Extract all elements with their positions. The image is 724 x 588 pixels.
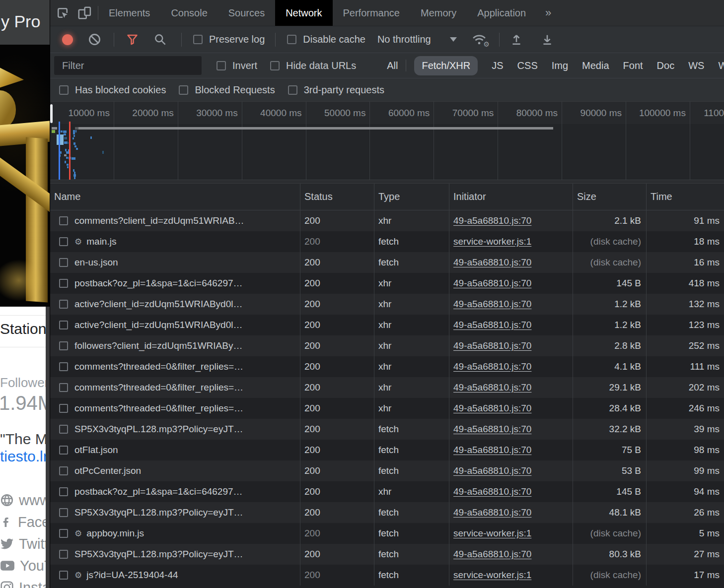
throttling-select[interactable]: No throttling: [377, 34, 431, 45]
initiator-link[interactable]: service-worker.js:1: [453, 570, 531, 581]
initiator-link[interactable]: 49-a5a68810.js:70: [453, 382, 531, 393]
column-header-name[interactable]: Name: [50, 184, 300, 210]
network-request-row[interactable]: en-us.json200fetch49-a5a68810.js:70(disk…: [50, 252, 724, 273]
network-request-row[interactable]: ⚙main.js200fetchservice-worker.js:1(disk…: [50, 231, 724, 252]
tab-memory[interactable]: Memory: [410, 0, 467, 26]
column-header-time[interactable]: Time: [646, 184, 724, 210]
filter-type-fetch-xhr[interactable]: Fetch/XHR: [414, 56, 478, 75]
column-header-type[interactable]: Type: [374, 184, 449, 210]
network-request-row[interactable]: ⚙js?id=UA-2519404-44200fetchservice-work…: [50, 565, 724, 586]
initiator-link[interactable]: 49-a5a68810.js:70: [453, 549, 531, 560]
record-button[interactable]: [62, 34, 73, 45]
initiator-link[interactable]: 49-a5a68810.js:70: [453, 320, 531, 330]
initiator-link[interactable]: 49-a5a68810.js:70: [453, 215, 531, 226]
network-request-row[interactable]: active?client_id=zdUqm51WRIAByd0l…200xhr…: [50, 294, 724, 315]
timeline-overview[interactable]: 10000 ms20000 ms30000 ms40000 ms50000 ms…: [50, 102, 724, 184]
request-checkbox[interactable]: [59, 529, 68, 538]
initiator-link[interactable]: 49-a5a68810.js:70: [453, 465, 531, 476]
social-link-instag[interactable]: Instag: [0, 577, 50, 588]
disable-cache-checkbox[interactable]: [287, 35, 296, 44]
overview-scroll-handle[interactable]: [50, 104, 53, 123]
request-checkbox[interactable]: [59, 425, 68, 434]
network-request-row[interactable]: postback?oz_pl=1&spa=1&ci=646297…200xhr4…: [50, 273, 724, 294]
device-toolbar-icon[interactable]: [77, 5, 92, 20]
has-blocked-cookies-checkbox[interactable]: [59, 85, 69, 95]
tab-performance[interactable]: Performance: [333, 0, 411, 26]
social-link-www[interactable]: www.: [0, 489, 50, 511]
request-checkbox[interactable]: [59, 258, 68, 267]
request-checkbox[interactable]: [59, 571, 68, 580]
column-header-initiator[interactable]: Initiator: [449, 184, 573, 210]
3rd-party-requests-checkbox[interactable]: [288, 85, 297, 95]
preserve-log-checkbox[interactable]: [193, 35, 203, 44]
network-request-row[interactable]: followers?client_id=zdUqm51WRIABy…200xhr…: [50, 335, 724, 356]
tab-console[interactable]: Console: [160, 0, 217, 26]
initiator-link[interactable]: 49-a5a68810.js:70: [453, 299, 531, 310]
tab-elements[interactable]: Elements: [98, 0, 160, 26]
filter-input[interactable]: [54, 56, 202, 75]
request-checkbox[interactable]: [59, 487, 68, 496]
filter-funnel-icon[interactable]: [126, 33, 139, 46]
more-tabs-icon[interactable]: »: [536, 0, 560, 26]
network-request-row[interactable]: SP5X3v3tyqPL.128.mp3?Policy=eyJT…200fetc…: [50, 544, 724, 565]
filter-type-media[interactable]: Media: [582, 60, 609, 71]
initiator-link[interactable]: 49-a5a68810.js:70: [453, 403, 531, 414]
social-link-faceb[interactable]: Faceb: [0, 511, 50, 533]
request-checkbox[interactable]: [59, 279, 68, 288]
request-checkbox[interactable]: [59, 237, 68, 246]
initiator-link[interactable]: 49-a5a68810.js:70: [453, 278, 531, 289]
chevron-down-icon[interactable]: [450, 37, 457, 42]
filter-type-ws[interactable]: WS: [688, 60, 704, 71]
filter-type-doc[interactable]: Doc: [657, 60, 675, 71]
request-checkbox[interactable]: [59, 341, 68, 350]
network-request-row[interactable]: otFlat.json200fetch49-a5a68810.js:7075 B…: [50, 440, 724, 460]
filter-type-wasm[interactable]: Wasm: [718, 60, 724, 71]
request-checkbox[interactable]: [59, 446, 68, 455]
filter-type-js[interactable]: JS: [492, 60, 503, 71]
initiator-link[interactable]: 49-a5a68810.js:70: [453, 340, 531, 351]
import-har-icon[interactable]: [509, 33, 523, 47]
search-icon[interactable]: [153, 33, 167, 46]
network-request-row[interactable]: comments?threaded=0&filter_replies=…200x…: [50, 398, 724, 419]
social-link-youtu[interactable]: YouTu: [0, 555, 50, 577]
request-checkbox[interactable]: [59, 383, 68, 392]
network-request-row[interactable]: otPcCenter.json200fetch49-a5a68810.js:70…: [50, 460, 724, 481]
initiator-link[interactable]: 49-a5a68810.js:70: [453, 507, 531, 518]
request-checkbox[interactable]: [59, 466, 68, 475]
clear-icon[interactable]: [88, 33, 101, 46]
filter-type-css[interactable]: CSS: [517, 60, 538, 71]
hide-data-urls-checkbox[interactable]: [270, 61, 280, 70]
request-checkbox[interactable]: [59, 550, 68, 559]
filter-type-all[interactable]: All: [387, 60, 398, 71]
network-conditions-icon[interactable]: ⚙: [472, 33, 487, 46]
initiator-link[interactable]: service-worker.js:1: [453, 236, 531, 247]
network-request-row[interactable]: comments?threaded=0&filter_replies=…200x…: [50, 356, 724, 377]
request-checkbox[interactable]: [59, 508, 68, 517]
export-har-icon[interactable]: [540, 33, 554, 47]
network-request-row[interactable]: postback?oz_pl=1&spa=1&ci=646297…200xhr4…: [50, 481, 724, 502]
request-checkbox[interactable]: [59, 321, 68, 329]
initiator-link[interactable]: service-worker.js:1: [453, 528, 531, 539]
initiator-link[interactable]: 49-a5a68810.js:70: [453, 257, 531, 268]
initiator-link[interactable]: 49-a5a68810.js:70: [453, 424, 531, 435]
request-checkbox[interactable]: [59, 216, 68, 225]
blocked-requests-checkbox[interactable]: [179, 85, 188, 95]
column-header-status[interactable]: Status: [300, 184, 374, 210]
bio-link[interactable]: tiesto.lnk: [0, 448, 50, 465]
tab-application[interactable]: Application: [467, 0, 536, 26]
inspect-element-icon[interactable]: [55, 5, 70, 20]
initiator-link[interactable]: 49-a5a68810.js:70: [453, 361, 531, 372]
initiator-link[interactable]: 49-a5a68810.js:70: [453, 486, 531, 497]
invert-checkbox[interactable]: [217, 61, 226, 70]
network-request-row[interactable]: comments?threaded=0&filter_replies=…200x…: [50, 377, 724, 398]
social-link-twitte[interactable]: Twitte: [0, 533, 50, 555]
filter-type-img[interactable]: Img: [552, 60, 568, 71]
tab-sources[interactable]: Sources: [218, 0, 275, 26]
network-request-row[interactable]: SP5X3v3tyqPL.128.mp3?Policy=eyJT…200fetc…: [50, 419, 724, 440]
filter-type-font[interactable]: Font: [623, 60, 643, 71]
network-request-row[interactable]: active?client_id=zdUqm51WRIAByd0l…200xhr…: [50, 315, 724, 335]
column-header-size[interactable]: Size: [573, 184, 646, 210]
request-checkbox[interactable]: [59, 362, 68, 371]
initiator-link[interactable]: 49-a5a68810.js:70: [453, 445, 531, 456]
tab-network[interactable]: Network: [275, 0, 332, 26]
